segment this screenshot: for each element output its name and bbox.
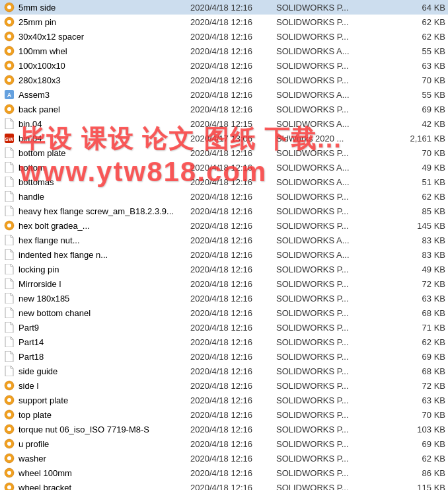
file-row[interactable]: 100mm whel 2020/4/18 12:16 SOLIDWORKS A.… (0, 44, 448, 58)
file-row[interactable]: 25mm pin 2020/4/18 12:16 SOLIDWORKS P...… (0, 15, 448, 29)
file-name: top plate (19, 410, 190, 420)
svg-rect-78 (5, 108, 7, 110)
svg-rect-41 (12, 50, 14, 52)
file-list: 5mm side 2020/4/18 12:16 SOLIDWORKS P...… (0, 0, 448, 490)
file-size: 62 KB (399, 17, 445, 27)
file-size: 83 KB (399, 235, 445, 245)
file-type: SOLIDWORKS P... (276, 75, 399, 85)
file-date: 2020/4/18 12:16 (190, 337, 276, 347)
svg-rect-164 (5, 458, 7, 459)
svg-point-123 (8, 399, 11, 402)
file-type: SOLIDWORKS P... (276, 410, 399, 420)
file-row[interactable]: side l 2020/4/18 12:16 SOLIDWORKS P... 7… (0, 378, 448, 393)
file-row[interactable]: bottomas 2020/4/18 12:16 SOLIDWORKS A...… (0, 175, 448, 189)
svg-text:A: A (7, 92, 12, 99)
file-date: 2020/4/18 12:16 (190, 3, 276, 13)
file-row[interactable]: support plate 2020/4/18 12:16 SOLIDWORKS… (0, 393, 448, 407)
svg-rect-79 (12, 108, 14, 110)
file-row[interactable]: wheel 100mm 2020/4/18 12:16 SOLIDWORKS P… (0, 466, 448, 480)
file-date: 2020/4/18 12:16 (190, 177, 276, 187)
file-row[interactable]: bottom 2020/4/18 12:16 SOLIDWORKS A... 4… (0, 160, 448, 175)
file-name: side guide (19, 366, 190, 376)
file-row[interactable]: 30x40x12 spacer 2020/4/18 12:16 SOLIDWOR… (0, 29, 448, 44)
file-size: 63 KB (399, 61, 445, 71)
file-row[interactable]: new 180x185 2020/4/18 12:16 SOLIDWORKS P… (0, 291, 448, 306)
file-date: 2020/4/18 12:16 (190, 32, 276, 42)
svg-rect-188 (5, 487, 7, 488)
file-row[interactable]: u profile 2020/4/18 12:16 SOLIDWORKS P..… (0, 436, 448, 451)
file-row[interactable]: 280x180x3 2020/4/18 12:16 SOLIDWORKS P..… (0, 73, 448, 87)
svg-point-159 (8, 442, 11, 446)
file-size: 55 KB (399, 90, 445, 100)
file-row[interactable]: hex bolt gradea_... 2020/4/18 12:16 SOLI… (0, 218, 448, 233)
file-icon (3, 438, 16, 450)
file-icon (3, 45, 16, 57)
file-size: 49 KB (399, 265, 445, 274)
file-row[interactable]: back panel 2020/4/18 12:16 SOLIDWORKS P.… (0, 102, 448, 116)
file-icon (3, 409, 16, 421)
file-name: hex bolt gradea_... (19, 221, 190, 231)
file-size: 103 KB (399, 425, 445, 434)
file-date: 2020/4/18 12:16 (190, 366, 276, 376)
svg-rect-117 (12, 399, 14, 401)
file-row[interactable]: bin.04 2020/4/18 12:15 SOLIDWORKS A... 4… (0, 116, 448, 131)
file-date: 2020/4/18 12:16 (190, 468, 276, 478)
file-icon (3, 380, 16, 391)
file-name: 100x100x10 (19, 61, 190, 71)
file-date: 2020/4/18 12:16 (190, 323, 276, 333)
file-date: 2020/4/18 12:16 (190, 352, 276, 362)
file-row[interactable]: handle 2020/4/18 12:16 SOLIDWORKS P... 6… (0, 189, 448, 204)
svg-rect-93 (12, 225, 14, 226)
file-date: 2020/4/18 12:16 (190, 439, 276, 449)
file-row[interactable]: SW bin.04 2020/4/17 13:06 SldWorks 2020 … (0, 131, 448, 145)
svg-rect-141 (12, 429, 14, 430)
svg-rect-77 (9, 112, 10, 114)
file-row[interactable]: indented hex flange n... 2020/4/18 12:16… (0, 247, 448, 262)
file-row[interactable]: new bottom chanel 2020/4/18 12:16 SOLIDW… (0, 306, 448, 320)
file-row[interactable]: Mirrorside l 2020/4/18 12:16 SOLIDWORKS … (0, 276, 448, 291)
file-row[interactable]: torque nut 06_iso_ISO 7719-M8-S 2020/4/1… (0, 422, 448, 436)
svg-rect-27 (9, 39, 10, 41)
file-size: 70 KB (399, 75, 445, 85)
file-row[interactable]: A Assem3 2020/4/18 12:16 SOLIDWORKS A...… (0, 87, 448, 102)
svg-rect-115 (9, 403, 10, 405)
file-row[interactable]: 5mm side 2020/4/18 12:16 SOLIDWORKS P...… (0, 0, 448, 15)
file-row[interactable]: bottom plate 2020/4/18 12:16 SOLIDWORKS … (0, 145, 448, 160)
file-row[interactable]: side guide 2020/4/18 12:16 SOLIDWORKS P.… (0, 364, 448, 378)
svg-rect-140 (5, 429, 7, 430)
file-type: SOLIDWORKS P... (276, 425, 399, 434)
svg-rect-175 (9, 475, 10, 477)
file-type: SOLIDWORKS P... (276, 454, 399, 464)
svg-rect-105 (12, 385, 14, 386)
svg-point-85 (8, 108, 11, 111)
file-name: bottom (19, 163, 190, 173)
file-icon: A (3, 89, 16, 101)
file-size: 86 KB (399, 468, 445, 478)
file-row[interactable]: Part18 2020/4/18 12:16 SOLIDWORKS P... 6… (0, 349, 448, 364)
file-icon (3, 467, 16, 479)
file-row[interactable]: washer 2020/4/18 12:16 SOLIDWORKS P... 6… (0, 451, 448, 466)
file-date: 2020/4/18 12:16 (190, 425, 276, 434)
svg-rect-16 (5, 21, 7, 22)
svg-rect-4 (5, 7, 7, 8)
file-type: SOLIDWORKS A... (276, 235, 399, 245)
file-name: locking pin (19, 265, 190, 274)
file-row[interactable]: 100x100x10 2020/4/18 12:16 SOLIDWORKS P.… (0, 58, 448, 73)
svg-rect-163 (9, 461, 10, 463)
file-row[interactable]: top plate 2020/4/18 12:16 SOLIDWORKS P..… (0, 407, 448, 422)
svg-rect-17 (12, 21, 14, 22)
file-name: Part9 (19, 323, 190, 333)
file-icon (3, 292, 16, 304)
file-name: 25mm pin (19, 17, 190, 27)
file-row[interactable]: hex flange nut... 2020/4/18 12:16 SOLIDW… (0, 233, 448, 247)
file-type: SOLIDWORKS A... (276, 163, 399, 173)
file-name: bin.04 (19, 134, 190, 143)
file-row[interactable]: locking pin 2020/4/18 12:16 SOLIDWORKS P… (0, 262, 448, 276)
file-row[interactable]: Part14 2020/4/18 12:16 SOLIDWORKS P... 6… (0, 335, 448, 349)
file-row[interactable]: Part9 2020/4/18 12:16 SOLIDWORKS P... 71… (0, 320, 448, 335)
file-row[interactable]: wheel bracket 2020/4/18 12:16 SOLIDWORKS… (0, 480, 448, 490)
file-row[interactable]: heavy hex flange screw_am_B18.2.3.9... 2… (0, 204, 448, 218)
svg-point-111 (8, 384, 11, 388)
file-type: SOLIDWORKS P... (276, 221, 399, 231)
file-name: heavy hex flange screw_am_B18.2.3.9... (19, 206, 190, 216)
